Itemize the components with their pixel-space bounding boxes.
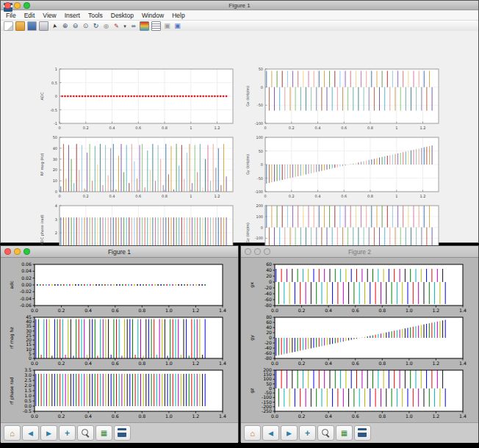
zoom-icon[interactable]: [77, 425, 94, 441]
save-icon[interactable]: [114, 425, 131, 441]
svg-text:50: 50: [53, 135, 57, 140]
svg-text:0.2: 0.2: [58, 308, 65, 313]
save-icon[interactable]: [27, 21, 37, 31]
menu-item-insert[interactable]: Insert: [65, 12, 80, 19]
close-button[interactable]: [245, 248, 251, 255]
svg-text:0.6: 0.6: [112, 361, 119, 366]
chart-adc[interactable]: 0.00.20.40.60.81.01.21.40.060.040.020.00…: [7, 262, 233, 315]
chart-rf-mag[interactable]: 00.20.40.60.811.201020304050RF mag (Hz): [37, 134, 240, 200]
svg-text:0.8: 0.8: [162, 126, 168, 130]
svg-text:-0.02: -0.02: [20, 289, 32, 294]
svg-text:Gx (kHz/m): Gx (kHz/m): [245, 86, 250, 106]
svg-text:4: 4: [55, 203, 57, 208]
chart-gy[interactable]: 00.20.40.60.811.2100500-50-100Gy (kHz/m): [243, 134, 446, 200]
svg-text:0.8: 0.8: [162, 194, 168, 198]
chart-rf-mag[interactable]: 0.00.20.40.60.81.01.21.44540353025201510…: [7, 315, 233, 368]
home-icon[interactable]: ⌂: [244, 425, 261, 441]
hide-plot-tools-icon[interactable]: ▣: [163, 22, 171, 30]
chart-gx[interactable]: 0.00.20.40.60.81.01.21.46040200-20-40-60…: [247, 262, 473, 315]
svg-text:0.6: 0.6: [112, 413, 119, 419]
menu-item-desktop[interactable]: Desktop: [111, 12, 134, 19]
chart-gz[interactable]: 0.00.20.40.60.81.01.21.4200150100500-50-…: [247, 368, 473, 421]
menu-item-help[interactable]: Help: [172, 12, 184, 19]
svg-text:1.0: 1.0: [406, 413, 413, 419]
svg-text:-1: -1: [54, 121, 57, 126]
svg-text:0.4: 0.4: [84, 361, 92, 366]
matlab-titlebar[interactable]: Figure 1: [1, 1, 478, 10]
pan-icon[interactable]: +: [59, 425, 76, 441]
chart-adc[interactable]: 00.20.40.60.811.210.50-0.5-1ADC: [37, 66, 240, 132]
svg-text:100: 100: [256, 135, 263, 140]
minimize-button[interactable]: [14, 2, 21, 9]
fig1-titlebar[interactable]: Figure 1: [1, 246, 238, 258]
svg-text:0.2: 0.2: [298, 308, 306, 313]
menu-item-file[interactable]: File: [6, 12, 16, 19]
svg-text:1: 1: [395, 126, 397, 130]
svg-text:0.4: 0.4: [109, 194, 115, 198]
zoom-window-button[interactable]: [24, 2, 30, 9]
svg-text:1.2: 1.2: [432, 413, 439, 419]
svg-text:0.8: 0.8: [378, 308, 386, 313]
colorbar-icon[interactable]: [140, 21, 149, 31]
back-icon[interactable]: ◀: [262, 425, 279, 441]
svg-text:0.04: 0.04: [21, 268, 32, 273]
home-icon[interactable]: ⌂: [4, 425, 21, 441]
menu-item-view[interactable]: View: [43, 12, 56, 19]
close-button[interactable]: [4, 248, 11, 255]
menu-item-window[interactable]: Window: [142, 12, 164, 19]
cursor-icon[interactable]: ➤: [50, 21, 60, 31]
minimize-button[interactable]: [14, 248, 21, 255]
zoom-window-button[interactable]: [24, 248, 30, 255]
pan-icon[interactable]: +: [299, 425, 316, 441]
svg-text:1.5: 1.5: [24, 388, 32, 393]
minimize-button[interactable]: [254, 248, 261, 255]
menu-item-tools[interactable]: Tools: [88, 12, 103, 19]
svg-text:0.4: 0.4: [325, 308, 332, 313]
svg-text:10: 10: [53, 178, 57, 183]
print-icon[interactable]: [39, 21, 48, 31]
zoom-in-icon[interactable]: ⊕: [61, 22, 69, 30]
fig2-titlebar[interactable]: Figure 2: [241, 246, 478, 258]
show-plot-tools-icon[interactable]: ▣: [173, 22, 181, 30]
new-document-icon[interactable]: [4, 21, 13, 31]
svg-text:0.0: 0.0: [271, 308, 278, 313]
forward-icon[interactable]: ▶: [40, 425, 57, 441]
svg-text:50: 50: [259, 67, 263, 71]
back-icon[interactable]: ◀: [22, 425, 39, 441]
window-title: Figure 1: [1, 2, 478, 9]
link-plots-icon[interactable]: ∞: [129, 22, 137, 30]
open-folder-icon[interactable]: [15, 21, 25, 31]
svg-text:RF mag (Hz): RF mag (Hz): [40, 153, 45, 176]
save-icon[interactable]: [354, 425, 371, 441]
svg-text:0.6: 0.6: [112, 308, 119, 313]
svg-text:Gy (kHz/m): Gy (kHz/m): [245, 154, 251, 175]
forward-icon[interactable]: ▶: [281, 425, 298, 441]
rotate-3d-icon[interactable]: ↻: [92, 22, 100, 30]
svg-text:40: 40: [266, 325, 272, 330]
chart-gx[interactable]: 00.20.40.60.811.2500-50-100Gx (kHz/m): [243, 66, 446, 132]
close-button[interactable]: [4, 2, 11, 9]
svg-text:0.6: 0.6: [352, 361, 359, 366]
dropdown-icon[interactable]: ▾: [123, 22, 127, 30]
menu-item-edit[interactable]: Edit: [24, 12, 35, 19]
svg-text:1.2: 1.2: [192, 308, 199, 313]
configure-subplots-icon[interactable]: ▦: [96, 425, 112, 441]
svg-text:40: 40: [53, 146, 57, 151]
configure-subplots-icon[interactable]: ▦: [336, 425, 353, 441]
svg-text:1.2: 1.2: [432, 308, 439, 313]
svg-text:-100: -100: [255, 236, 263, 240]
brush-icon[interactable]: ✎: [112, 22, 120, 30]
chart-gy[interactable]: 0.00.20.40.60.81.01.21.4806040200-20-40-…: [247, 315, 473, 368]
figure-canvas: 00.20.40.60.811.210.50-0.5-1ADC 00.20.40…: [1, 31, 478, 242]
data-cursor-icon[interactable]: ◎: [102, 22, 110, 30]
svg-text:-20: -20: [264, 340, 272, 345]
pan-hand-icon[interactable]: ⊙: [82, 22, 90, 30]
zoom-window-button[interactable]: [264, 248, 270, 255]
chart-rf-phase[interactable]: 0.00.20.40.60.81.01.21.43.53.02.52.01.51…: [7, 368, 233, 421]
zoom-icon[interactable]: [317, 425, 334, 441]
svg-text:0: 0: [58, 194, 60, 198]
svg-text:50: 50: [259, 149, 263, 153]
zoom-out-icon[interactable]: ⊖: [71, 22, 79, 30]
legend-icon[interactable]: [151, 21, 161, 31]
svg-text:200: 200: [256, 203, 263, 208]
